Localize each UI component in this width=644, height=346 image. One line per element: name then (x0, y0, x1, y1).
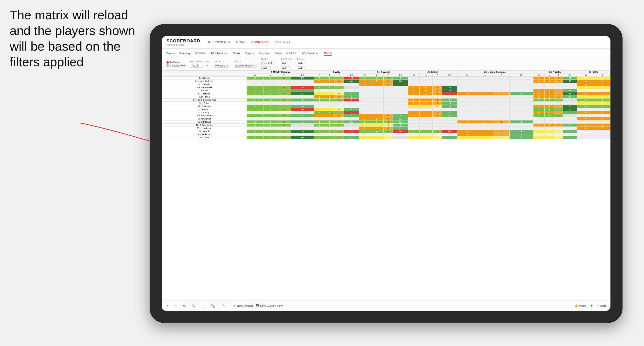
conference-sub-select[interactable]: (All) (281, 66, 290, 70)
w-cell: 1 (533, 89, 544, 92)
w-cell: 1 (408, 92, 420, 95)
sub-nav-players[interactable]: Players (245, 51, 254, 56)
t-cell: 0 (554, 124, 563, 127)
w-cell: 2 (577, 92, 595, 95)
l-cell: 10 (370, 80, 384, 83)
conference-select-wrapper[interactable]: (All) (281, 61, 292, 65)
col-header-w-za: 60. W Za (577, 71, 610, 74)
players-sub-select-wrapper[interactable]: (All) (297, 66, 306, 70)
empty-cell (493, 114, 509, 117)
zoom-reset-button[interactable]: ⊡ (202, 303, 207, 308)
t-cell: 0 (493, 133, 509, 136)
t-cell: 0 (277, 77, 291, 80)
empty-cell (477, 127, 493, 130)
table-row: 13. S Srichantamit31014010512040105101 (162, 114, 610, 117)
col-header-m-kelly: 2. M Kelly Mulcahy (246, 71, 314, 74)
empty-cell (408, 117, 420, 121)
max-players-select[interactable]: Top 25 (190, 64, 202, 68)
empty-cell (533, 102, 544, 105)
region-select[interactable]: East - DII (261, 61, 276, 65)
sub-nav-h2h-grid1[interactable]: H2H Grid (195, 51, 206, 56)
watch-button[interactable]: 🔔 Watch (575, 304, 586, 307)
empty-cell (477, 117, 493, 121)
sub-nav-matrix2[interactable]: Matrix (324, 51, 332, 56)
sub-nav-h2h-heatmap1[interactable]: H2H Heatmap (211, 51, 228, 56)
save-custom-view-button[interactable]: 💾 Save Custom View (256, 304, 282, 307)
players-select[interactable]: (All) (297, 61, 306, 65)
dif-cell: 1 (393, 124, 408, 127)
gender-select[interactable]: Women's (214, 64, 229, 68)
compact-view-option[interactable]: Compact View (166, 64, 185, 67)
region-select-wrapper[interactable]: East - DII (261, 61, 276, 65)
empty-cell (393, 102, 408, 105)
nav-link-tournaments[interactable]: TOURNAMENTS (208, 39, 230, 45)
sub-nav-matrix1[interactable]: Matrix (233, 51, 240, 56)
l-cell: 1 (370, 136, 384, 139)
conference-select[interactable]: (All) (281, 61, 290, 65)
dif-cell: 4 (344, 108, 359, 111)
l-cell: 1 (544, 95, 554, 99)
undo-button[interactable]: ↩ (166, 303, 171, 308)
wz-l-header: L (595, 74, 610, 77)
empty-cell (442, 83, 457, 86)
empty-cell (393, 99, 408, 102)
empty-cell (334, 105, 344, 108)
empty-cell (370, 92, 384, 95)
table-row: 5. A Dy7011101102512013 (162, 89, 610, 92)
grid-button[interactable]: ⊞ (590, 304, 592, 307)
division-select-wrapper[interactable]: NCAA Division II (234, 63, 256, 68)
refresh-button[interactable]: ⟳ (182, 303, 187, 308)
l-cell: 2 (544, 111, 554, 114)
sub-nav-teams[interactable]: Teams (166, 51, 174, 56)
w-cell: 0 (533, 95, 544, 99)
aw-dif-header: Dif (563, 74, 577, 77)
player-name-cell: 5. A Dy (162, 89, 247, 92)
w-cell: 3 (246, 124, 263, 127)
empty-cell (408, 121, 420, 124)
empty-cell (493, 111, 509, 114)
division-select[interactable]: NCAA Division II (234, 64, 256, 68)
nav-link-rankings[interactable]: RANKINGS (274, 39, 290, 45)
t-cell: 0 (554, 92, 563, 95)
dif-cell: 14 (344, 136, 359, 139)
dif-cell: 2 (563, 130, 577, 133)
dif-cell: 5 (344, 114, 359, 117)
sub-nav-h2h-heatmap2[interactable]: H2H Heatmap (302, 51, 319, 56)
empty-cell (291, 102, 314, 105)
table-row: 1. J Garcia31027301-1110061301122 (162, 77, 610, 80)
gender-select-wrapper[interactable]: Women's (214, 63, 229, 68)
dif-cell: 11 (344, 121, 359, 124)
l-cell: 0 (370, 121, 384, 124)
timer-button[interactable]: ⏱ (221, 303, 227, 308)
sub-nav-detail[interactable]: Detail (275, 51, 282, 56)
dif-cell: 25 (442, 86, 457, 89)
l-cell: 0 (264, 99, 277, 102)
players-sub-select[interactable]: (All) (297, 66, 306, 70)
t-cell: 0 (277, 136, 291, 139)
sub-nav-summary1[interactable]: Summary (179, 51, 190, 56)
zoom-in-button[interactable]: 🔍+ (210, 303, 218, 308)
zoom-out-button[interactable]: 🔍− (190, 303, 198, 308)
gw-w-header: W (359, 74, 370, 77)
players-select-wrapper[interactable]: (All) (297, 61, 306, 65)
l-cell: 2 (370, 114, 384, 117)
dif-cell: 24 (563, 92, 577, 95)
redo-button[interactable]: ↪ (174, 303, 179, 308)
t-cell: 0 (334, 121, 344, 124)
mk-w-header: W (246, 74, 263, 77)
sub-nav-h2h-grid2[interactable]: H2H Grid (286, 51, 298, 56)
nav-link-committee[interactable]: COMMITTEE (252, 39, 269, 45)
full-view-option[interactable]: Full View (166, 61, 185, 64)
max-players-select-wrapper[interactable]: Top 25 (190, 63, 209, 68)
l-cell: 4 (544, 92, 554, 95)
view-label: View: Original (236, 304, 253, 307)
region-sub-select[interactable]: (All) (261, 66, 270, 70)
share-button[interactable]: ↗ Share (596, 304, 606, 307)
empty-cell (291, 117, 314, 121)
view-original-button[interactable]: 👁 View: Original (233, 304, 253, 307)
nav-link-teams[interactable]: TEAMS (236, 39, 246, 45)
region-sub-select-wrapper[interactable]: (All) (261, 66, 276, 70)
empty-cell (408, 124, 420, 127)
conference-sub-select-wrapper[interactable]: (All) (281, 66, 292, 70)
sub-nav-summary2[interactable]: Summary (259, 51, 270, 56)
